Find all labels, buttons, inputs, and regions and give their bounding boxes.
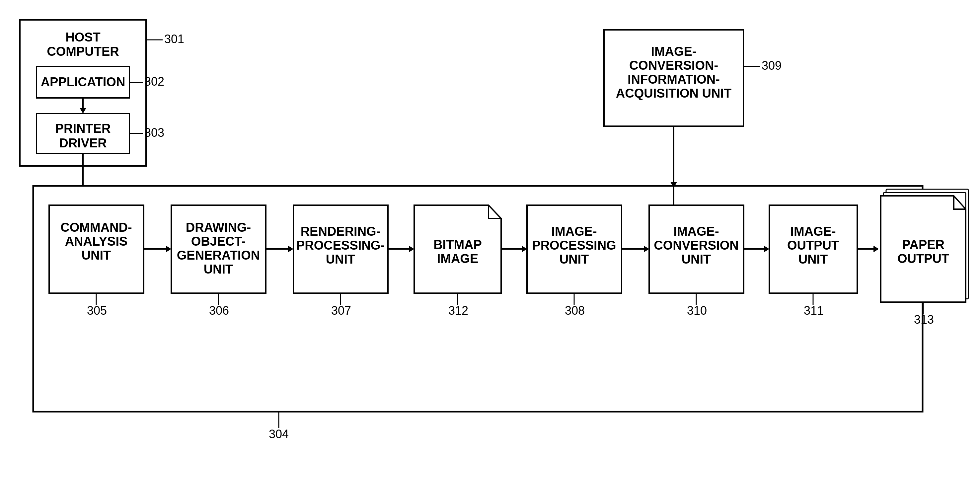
ref-308: 308	[565, 304, 585, 317]
rendering-label-2: PROCESSING-	[296, 238, 385, 252]
command-label-2: ANALYSIS	[65, 234, 128, 248]
imgconv-label-2: CONVERSION	[654, 238, 738, 252]
drawing-label-1: DRAWING-	[186, 220, 251, 234]
ref-307: 307	[331, 304, 351, 317]
rendering-label-3: UNIT	[326, 252, 355, 266]
application-label: APPLICATION	[41, 75, 126, 89]
ref-313: 313	[914, 313, 934, 326]
imgout-label-1: IMAGE-	[790, 224, 836, 238]
ref-301: 301	[164, 32, 184, 46]
rendering-label-1: RENDERING-	[301, 224, 381, 238]
ref-306: 306	[209, 304, 229, 317]
drawing-label-3: GENERATION	[177, 248, 260, 262]
ref-309: 309	[762, 59, 781, 72]
imgconv-label-3: UNIT	[682, 252, 711, 266]
ref-312: 312	[449, 304, 468, 317]
acq-label-3: INFORMATION-	[628, 72, 720, 86]
printer-driver-label-1: PRINTER	[56, 121, 111, 135]
printer-driver-label-2: DRIVER	[59, 136, 107, 150]
paper-label-1: PAPER	[902, 238, 945, 251]
acq-label-2: CONVERSION-	[629, 59, 718, 72]
drawing-label-2: OBJECT-	[191, 234, 246, 248]
imgproc-label-2: PROCESSING	[532, 238, 616, 252]
drawing-label-4: UNIT	[204, 262, 233, 276]
diagram-container: HOST COMPUTER 301 APPLICATION 302 PRINTE…	[0, 0, 980, 487]
ref-310: 310	[687, 304, 707, 317]
bitmap-label-1: BITMAP	[433, 238, 482, 251]
ref-305: 305	[87, 304, 107, 317]
imgproc-label-3: UNIT	[560, 252, 589, 266]
acq-label-4: ACQUISITION UNIT	[616, 86, 732, 100]
ref-311: 311	[804, 304, 824, 317]
host-computer-label-1: HOST	[65, 30, 100, 44]
ref-304: 304	[269, 427, 289, 441]
host-computer-label-2: COMPUTER	[47, 45, 119, 59]
acq-label-1: IMAGE-	[651, 45, 696, 59]
ref-302: 302	[144, 75, 164, 88]
paper-label-2: OUTPUT	[897, 251, 949, 266]
imgconv-label-1: IMAGE-	[673, 224, 719, 238]
imgout-label-2: OUTPUT	[787, 238, 839, 252]
bitmap-label-2: IMAGE	[437, 251, 479, 266]
command-label-3: UNIT	[82, 248, 111, 262]
ref-303: 303	[144, 126, 164, 139]
imgproc-label-1: IMAGE-	[551, 224, 597, 238]
command-label-1: COMMAND-	[60, 220, 132, 234]
imgout-label-3: UNIT	[799, 252, 828, 266]
